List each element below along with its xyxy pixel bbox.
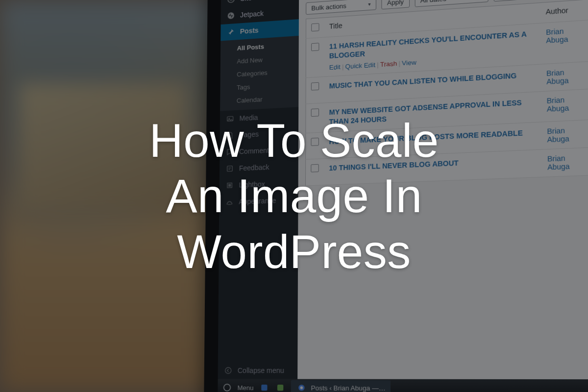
headline-overlay: How To Scale An Image In WordPress <box>0 0 588 392</box>
headline-text: How To Scale An Image In WordPress <box>149 113 439 279</box>
